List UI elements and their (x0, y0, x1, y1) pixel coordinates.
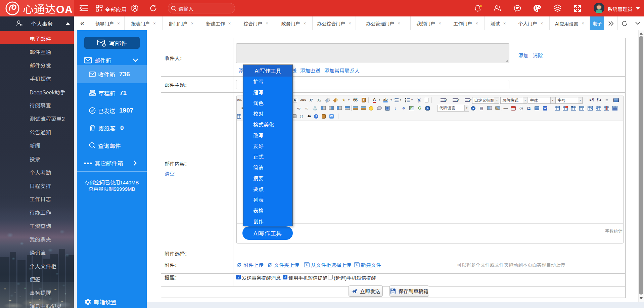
svg-text:T: T (571, 106, 573, 108)
svg-text:1: 1 (394, 98, 395, 100)
svg-text:2: 2 (394, 100, 395, 102)
